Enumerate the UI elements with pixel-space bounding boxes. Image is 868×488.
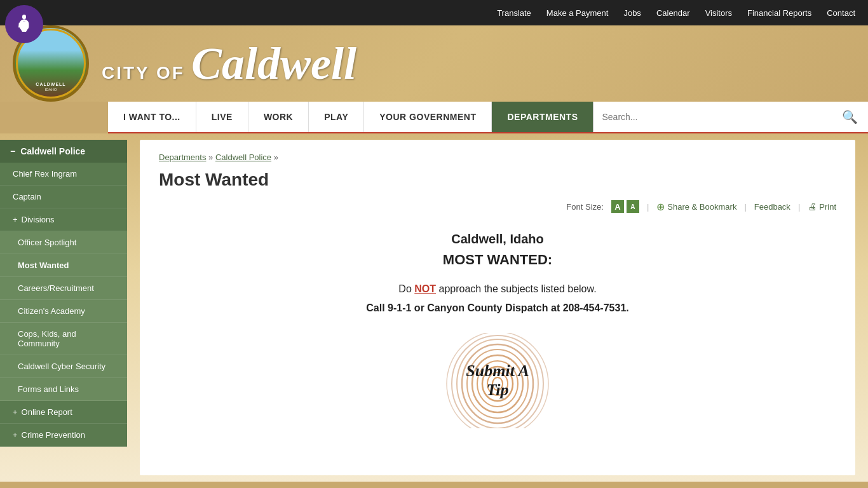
breadcrumb-departments[interactable]: Departments [159, 152, 206, 162]
breadcrumb: Departments » Caldwell Police » [159, 152, 836, 162]
search-button[interactable]: 🔍 [832, 102, 868, 132]
warning-post: approach the subjects listed below. [436, 283, 597, 294]
mw-location: Caldwell, Idaho [159, 232, 836, 247]
logo-area: CALDWELL IDAHO CITY OF Caldwell [13, 25, 356, 102]
sidebar-item-cops-kids[interactable]: Cops, Kids, and Community [0, 323, 127, 355]
nav-live[interactable]: LIVE [196, 102, 248, 132]
sidebar-crime-prevention-label: Crime Prevention [22, 430, 85, 440]
financial-reports-link[interactable]: Financial Reports [747, 8, 811, 18]
mw-title: MOST WANTED: [159, 252, 836, 268]
share-label: Share & Bookmark [667, 202, 736, 212]
sidebar-item-forms-links[interactable]: Forms and Links [0, 378, 127, 401]
sidebar-item-online-report[interactable]: + Online Report [0, 401, 127, 424]
site-header: CALDWELL IDAHO CITY OF Caldwell [0, 25, 868, 102]
translate-link[interactable]: Translate [497, 8, 531, 18]
nav-search-area: 🔍 [593, 102, 868, 132]
sidebar-item-crime-prevention[interactable]: + Crime Prevention [0, 424, 127, 447]
accessibility-button[interactable] [5, 5, 43, 43]
expand-icon: + [13, 215, 18, 224]
font-increase-button[interactable]: A [611, 200, 624, 213]
logo-city-name: CALDWELL [36, 82, 65, 86]
main-nav: I WANT TO... LIVE WORK PLAY YOUR GOVERNM… [108, 102, 868, 133]
sidebar-item-most-wanted[interactable]: Most Wanted [0, 254, 127, 277]
jobs-link[interactable]: Jobs [623, 8, 641, 18]
breadcrumb-separator-1: » [208, 152, 215, 162]
sidebar-item-captain[interactable]: Captain [0, 186, 127, 208]
expand-online-icon: + [13, 407, 18, 417]
toolbar-separator-2: | [744, 202, 746, 212]
toolbar-separator-1: | [647, 202, 649, 212]
payment-link[interactable]: Make a Payment [546, 8, 609, 18]
city-name-text: Caldwell [191, 43, 356, 85]
sidebar-item-officer-spotlight[interactable]: Officer Spotlight [0, 231, 127, 254]
sidebar-item-careers[interactable]: Careers/Recruitment [0, 277, 127, 300]
expand-crime-icon: + [13, 430, 18, 440]
sidebar-item-chief[interactable]: Chief Rex Ingram [0, 163, 127, 186]
page-title: Most Wanted [159, 170, 836, 190]
main-content: Departments » Caldwell Police » Most Wan… [140, 140, 855, 475]
sidebar-online-report-label: Online Report [22, 407, 72, 417]
city-title: CITY OF Caldwell [102, 43, 356, 85]
print-label: Print [819, 202, 836, 212]
mw-call: Call 9-1-1 or Canyon County Dispatch at … [159, 302, 836, 314]
submit-tip-area: Submit A Tip [159, 333, 836, 428]
print-icon: 🖨 [808, 201, 817, 212]
search-icon: 🔍 [842, 110, 858, 124]
top-bar: Translate Make a Payment Jobs Calendar V… [0, 0, 868, 25]
share-bookmark-link[interactable]: ⊕ Share & Bookmark [656, 201, 736, 213]
nav-play[interactable]: PLAY [309, 102, 364, 132]
print-link[interactable]: 🖨 Print [808, 201, 836, 212]
city-of-text: CITY OF [102, 63, 185, 83]
content-wrapper: − Caldwell Police Chief Rex Ingram Capta… [0, 133, 868, 482]
sidebar-section-title: Caldwell Police [20, 146, 85, 156]
nav-i-want-to[interactable]: I WANT TO... [108, 102, 196, 132]
calendar-link[interactable]: Calendar [656, 8, 690, 18]
nav-departments[interactable]: DEPARTMENTS [492, 102, 593, 132]
font-size-label: Font Size: [566, 202, 604, 212]
feedback-link[interactable]: Feedback [754, 202, 790, 212]
nav-work[interactable]: WORK [248, 102, 309, 132]
visitors-link[interactable]: Visitors [705, 8, 732, 18]
mw-warning: Do NOT approach the subjects listed belo… [159, 283, 836, 295]
breadcrumb-caldwell-police[interactable]: Caldwell Police [215, 152, 271, 162]
sidebar-divisions-label: Divisions [22, 215, 55, 224]
accessibility-icon [13, 13, 36, 36]
logo-state: IDAHO [44, 88, 57, 92]
feedback-label: Feedback [754, 202, 790, 212]
search-input[interactable] [594, 102, 832, 132]
collapse-icon: − [10, 146, 15, 156]
warning-not: NOT [414, 283, 436, 294]
font-size-controls: A A [611, 200, 639, 213]
toolbar-separator-3: | [798, 202, 800, 212]
sidebar-item-divisions[interactable]: + Divisions [0, 208, 127, 231]
breadcrumb-separator-2: » [274, 152, 278, 162]
submit-tip-button[interactable]: Submit A Tip [434, 333, 561, 428]
sidebar-item-cyber-security[interactable]: Caldwell Cyber Security [0, 355, 127, 378]
warning-pre: Do [398, 283, 414, 294]
font-decrease-button[interactable]: A [627, 200, 639, 213]
sidebar-section-header[interactable]: − Caldwell Police [0, 140, 127, 163]
sidebar-item-citizens-academy[interactable]: Citizen's Academy [0, 300, 127, 323]
nav-your-government[interactable]: YOUR GOVERNMENT [364, 102, 492, 132]
content-toolbar: Font Size: A A | ⊕ Share & Bookmark | Fe… [159, 200, 836, 213]
most-wanted-content: Caldwell, Idaho MOST WANTED: Do NOT appr… [159, 226, 836, 435]
share-icon: ⊕ [656, 201, 665, 213]
contact-link[interactable]: Contact [827, 8, 855, 18]
submit-tip-text: Submit A Tip [466, 362, 529, 399]
sidebar: − Caldwell Police Chief Rex Ingram Capta… [0, 133, 127, 482]
